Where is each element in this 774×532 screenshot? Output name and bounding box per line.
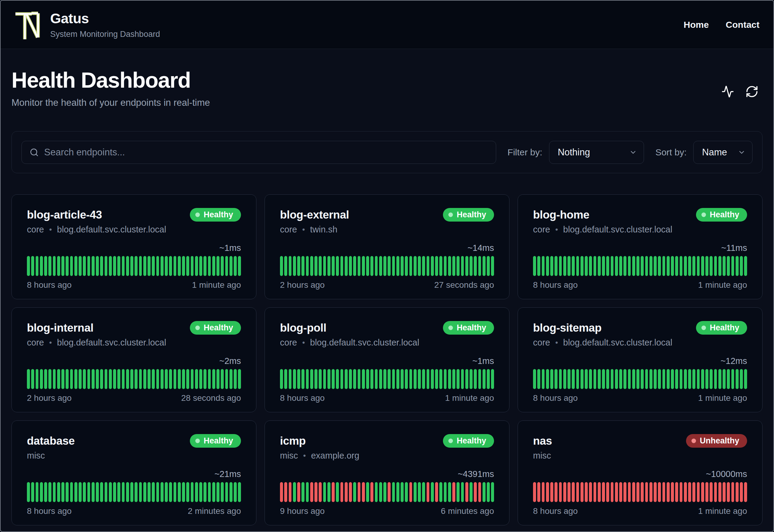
history-bar: [662, 482, 665, 502]
history-bar: [225, 256, 228, 276]
history-bar: [314, 482, 317, 502]
endpoint-card[interactable]: database Healthy misc ~21ms 8 hours ago …: [11, 420, 256, 525]
activity-button[interactable]: [721, 85, 735, 99]
history-bar: [439, 369, 442, 389]
search-input[interactable]: [44, 147, 488, 158]
history-bar: [392, 482, 395, 502]
endpoint-card[interactable]: icmp Healthy misc • example.org ~4391ms …: [265, 420, 509, 525]
history-bar: [165, 369, 168, 389]
endpoint-name: blog-home: [533, 208, 589, 221]
history-bar: [563, 482, 566, 502]
history-bars: [533, 482, 747, 502]
history-bar: [554, 482, 558, 502]
history-bar: [301, 369, 304, 389]
history-bar: [191, 482, 194, 502]
latency-value: ~21ms: [27, 469, 241, 479]
endpoint-card[interactable]: blog-external Healthy core • twin.sh ~14…: [265, 194, 509, 299]
history-bar: [66, 482, 69, 502]
history-bar: [117, 482, 120, 502]
endpoint-card[interactable]: blog-sitemap Healthy core • blog.default…: [518, 307, 763, 412]
history-bar: [152, 256, 155, 276]
history-bar: [483, 369, 486, 389]
history-bar: [740, 482, 743, 502]
history-bar: [692, 369, 695, 389]
history-bar: [444, 256, 447, 276]
endpoint-meta: misc • example.org: [280, 451, 494, 461]
status-badge: Healthy: [190, 208, 241, 222]
history-bar: [727, 482, 730, 502]
endpoint-card[interactable]: nas Unhealthy misc ~10000ms 8 hours ago …: [518, 420, 763, 525]
history-bar: [645, 482, 648, 502]
endpoint-meta: core • blog.default.svc.cluster.local: [280, 338, 494, 348]
history-bar: [148, 482, 151, 502]
history-bar: [461, 256, 464, 276]
history-bar: [636, 369, 639, 389]
status-badge: Healthy: [443, 321, 494, 335]
newest-timestamp: 1 minute ago: [698, 280, 747, 290]
meta-separator: •: [555, 338, 558, 347]
oldest-timestamp: 8 hours ago: [27, 280, 72, 290]
history-bar: [645, 369, 648, 389]
status-badge: Healthy: [443, 434, 494, 448]
history-bar: [83, 482, 86, 502]
endpoint-card[interactable]: blog-home Healthy core • blog.default.sv…: [518, 194, 763, 299]
history-bar: [113, 482, 116, 502]
history-bar: [319, 256, 322, 276]
latency-value: ~1ms: [280, 356, 494, 366]
endpoint-card[interactable]: blog-poll Healthy core • blog.default.sv…: [265, 307, 509, 412]
history-bar: [182, 482, 185, 502]
history-bar: [122, 256, 125, 276]
history-bar: [27, 482, 30, 502]
history-bar: [641, 256, 644, 276]
history-bar: [710, 256, 713, 276]
filter-select[interactable]: Nothing: [549, 141, 644, 164]
history-bar: [370, 369, 373, 389]
endpoint-card[interactable]: blog-internal Healthy core • blog.defaul…: [11, 307, 256, 412]
history-bar: [349, 482, 352, 502]
history-bar: [550, 369, 553, 389]
history-bar: [27, 256, 30, 276]
history-bar: [61, 256, 64, 276]
history-bar: [293, 482, 296, 502]
history-bar: [623, 482, 626, 502]
endpoint-meta: core • twin.sh: [280, 225, 494, 235]
history-bar: [422, 482, 425, 502]
history-bar: [542, 482, 545, 502]
history-bar: [208, 482, 211, 502]
history-bar: [594, 256, 597, 276]
chevron-down-icon: [738, 148, 746, 156]
endpoint-card[interactable]: blog-article-43 Healthy core • blog.defa…: [11, 194, 256, 299]
history-bar: [435, 482, 438, 502]
endpoint-name: blog-article-43: [27, 208, 102, 221]
history-bar: [675, 369, 678, 389]
history-bar: [238, 256, 241, 276]
endpoint-name: nas: [533, 434, 552, 447]
nav-link-home[interactable]: Home: [684, 20, 709, 30]
endpoint-name: blog-poll: [280, 321, 326, 334]
nav-link-contact[interactable]: Contact: [726, 20, 759, 30]
history-bar: [636, 482, 639, 502]
history-bar: [542, 369, 545, 389]
history-bar: [581, 369, 584, 389]
endpoint-group: misc: [280, 451, 298, 461]
history-bar: [744, 369, 747, 389]
history-bar: [537, 256, 540, 276]
history-bar: [606, 482, 609, 502]
history-bar: [418, 256, 421, 276]
history-bar: [718, 369, 721, 389]
history-bar: [448, 482, 451, 502]
card-head: blog-article-43 Healthy: [27, 208, 241, 222]
history-bar: [105, 256, 108, 276]
history-bar: [117, 369, 120, 389]
history-bar: [619, 482, 622, 502]
status-label: Healthy: [710, 323, 739, 333]
sort-select[interactable]: Name: [693, 141, 753, 164]
refresh-button[interactable]: [745, 85, 759, 99]
history-bar: [602, 369, 605, 389]
history-bar: [229, 256, 233, 276]
endpoint-host: example.org: [311, 451, 359, 461]
history-bar: [36, 482, 39, 502]
history-bar: [174, 482, 177, 502]
filter-control: Filter by: Nothing: [508, 141, 644, 164]
history-bar: [79, 369, 82, 389]
